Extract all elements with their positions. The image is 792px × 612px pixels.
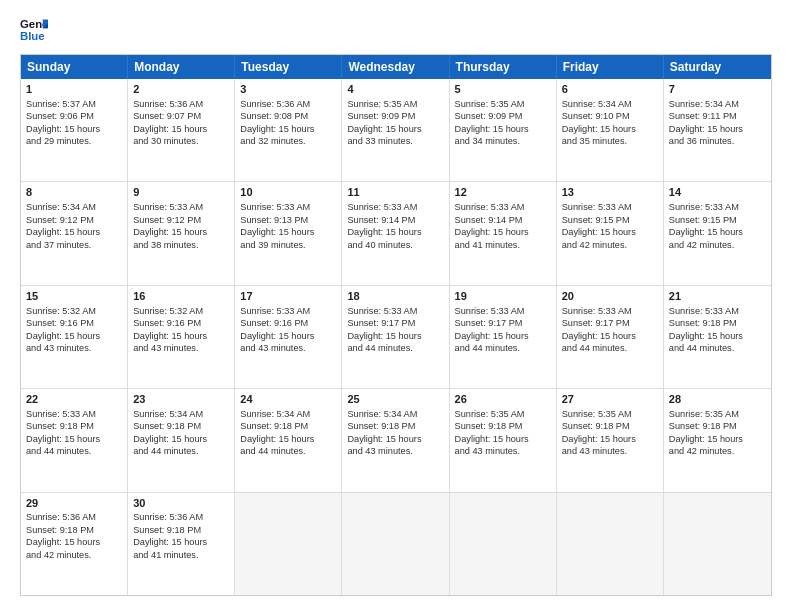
sunrise-label: Sunrise: 5:34 AM <box>133 409 203 419</box>
daylight-minutes: and 44 minutes. <box>26 446 91 456</box>
day-cell-25: 25Sunrise: 5:34 AMSunset: 9:18 PMDayligh… <box>342 389 449 491</box>
sunset-label: Sunset: 9:14 PM <box>347 215 415 225</box>
day-number: 27 <box>562 392 658 407</box>
day-number: 8 <box>26 185 122 200</box>
sunset-label: Sunset: 9:18 PM <box>562 421 630 431</box>
daylight-label: Daylight: 15 hours <box>669 331 743 341</box>
daylight-minutes: and 35 minutes. <box>562 136 627 146</box>
sunrise-label: Sunrise: 5:33 AM <box>133 202 203 212</box>
day-cell-17: 17Sunrise: 5:33 AMSunset: 9:16 PMDayligh… <box>235 286 342 388</box>
sunrise-label: Sunrise: 5:35 AM <box>669 409 739 419</box>
calendar-week-1: 1Sunrise: 5:37 AMSunset: 9:06 PMDaylight… <box>21 79 771 182</box>
col-header-thursday: Thursday <box>450 55 557 79</box>
day-number: 3 <box>240 82 336 97</box>
daylight-label: Daylight: 15 hours <box>455 124 529 134</box>
col-header-sunday: Sunday <box>21 55 128 79</box>
day-number: 28 <box>669 392 766 407</box>
sunset-label: Sunset: 9:16 PM <box>240 318 308 328</box>
sunset-label: Sunset: 9:15 PM <box>669 215 737 225</box>
daylight-minutes: and 30 minutes. <box>133 136 198 146</box>
sunset-label: Sunset: 9:18 PM <box>347 421 415 431</box>
sunrise-label: Sunrise: 5:33 AM <box>455 202 525 212</box>
daylight-label: Daylight: 15 hours <box>133 331 207 341</box>
daylight-label: Daylight: 15 hours <box>669 434 743 444</box>
day-number: 19 <box>455 289 551 304</box>
day-number: 24 <box>240 392 336 407</box>
day-cell-12: 12Sunrise: 5:33 AMSunset: 9:14 PMDayligh… <box>450 182 557 284</box>
calendar-header: SundayMondayTuesdayWednesdayThursdayFrid… <box>21 55 771 79</box>
sunset-label: Sunset: 9:08 PM <box>240 111 308 121</box>
calendar: SundayMondayTuesdayWednesdayThursdayFrid… <box>20 54 772 596</box>
sunset-label: Sunset: 9:17 PM <box>347 318 415 328</box>
sunrise-label: Sunrise: 5:34 AM <box>347 409 417 419</box>
daylight-minutes: and 43 minutes. <box>133 343 198 353</box>
calendar-body: 1Sunrise: 5:37 AMSunset: 9:06 PMDaylight… <box>21 79 771 595</box>
sunset-label: Sunset: 9:16 PM <box>26 318 94 328</box>
calendar-week-3: 15Sunrise: 5:32 AMSunset: 9:16 PMDayligh… <box>21 286 771 389</box>
day-cell-22: 22Sunrise: 5:33 AMSunset: 9:18 PMDayligh… <box>21 389 128 491</box>
sunset-label: Sunset: 9:07 PM <box>133 111 201 121</box>
daylight-minutes: and 44 minutes. <box>240 446 305 456</box>
sunset-label: Sunset: 9:18 PM <box>133 421 201 431</box>
sunset-label: Sunset: 9:18 PM <box>455 421 523 431</box>
sunrise-label: Sunrise: 5:36 AM <box>26 512 96 522</box>
day-number: 16 <box>133 289 229 304</box>
day-number: 23 <box>133 392 229 407</box>
daylight-minutes: and 36 minutes. <box>669 136 734 146</box>
day-cell-1: 1Sunrise: 5:37 AMSunset: 9:06 PMDaylight… <box>21 79 128 181</box>
sunset-label: Sunset: 9:06 PM <box>26 111 94 121</box>
day-cell-7: 7Sunrise: 5:34 AMSunset: 9:11 PMDaylight… <box>664 79 771 181</box>
empty-cell <box>557 493 664 595</box>
daylight-label: Daylight: 15 hours <box>347 434 421 444</box>
day-number: 10 <box>240 185 336 200</box>
logo-icon: General Blue <box>20 16 48 44</box>
day-cell-9: 9Sunrise: 5:33 AMSunset: 9:12 PMDaylight… <box>128 182 235 284</box>
daylight-label: Daylight: 15 hours <box>669 124 743 134</box>
sunrise-label: Sunrise: 5:33 AM <box>240 306 310 316</box>
sunrise-label: Sunrise: 5:33 AM <box>455 306 525 316</box>
sunrise-label: Sunrise: 5:36 AM <box>133 99 203 109</box>
daylight-minutes: and 44 minutes. <box>562 343 627 353</box>
day-cell-26: 26Sunrise: 5:35 AMSunset: 9:18 PMDayligh… <box>450 389 557 491</box>
daylight-minutes: and 37 minutes. <box>26 240 91 250</box>
sunset-label: Sunset: 9:14 PM <box>455 215 523 225</box>
daylight-minutes: and 40 minutes. <box>347 240 412 250</box>
daylight-minutes: and 29 minutes. <box>26 136 91 146</box>
daylight-label: Daylight: 15 hours <box>669 227 743 237</box>
day-cell-3: 3Sunrise: 5:36 AMSunset: 9:08 PMDaylight… <box>235 79 342 181</box>
daylight-minutes: and 39 minutes. <box>240 240 305 250</box>
empty-cell <box>235 493 342 595</box>
sunset-label: Sunset: 9:18 PM <box>669 421 737 431</box>
sunrise-label: Sunrise: 5:35 AM <box>347 99 417 109</box>
day-number: 20 <box>562 289 658 304</box>
day-cell-30: 30Sunrise: 5:36 AMSunset: 9:18 PMDayligh… <box>128 493 235 595</box>
daylight-label: Daylight: 15 hours <box>26 537 100 547</box>
day-cell-21: 21Sunrise: 5:33 AMSunset: 9:18 PMDayligh… <box>664 286 771 388</box>
day-number: 14 <box>669 185 766 200</box>
day-number: 26 <box>455 392 551 407</box>
sunset-label: Sunset: 9:18 PM <box>26 525 94 535</box>
daylight-minutes: and 42 minutes. <box>669 240 734 250</box>
daylight-minutes: and 43 minutes. <box>347 446 412 456</box>
daylight-label: Daylight: 15 hours <box>133 537 207 547</box>
sunrise-label: Sunrise: 5:35 AM <box>455 409 525 419</box>
daylight-label: Daylight: 15 hours <box>26 124 100 134</box>
day-cell-6: 6Sunrise: 5:34 AMSunset: 9:10 PMDaylight… <box>557 79 664 181</box>
sunrise-label: Sunrise: 5:33 AM <box>669 202 739 212</box>
day-number: 18 <box>347 289 443 304</box>
daylight-label: Daylight: 15 hours <box>26 434 100 444</box>
daylight-label: Daylight: 15 hours <box>133 227 207 237</box>
day-cell-23: 23Sunrise: 5:34 AMSunset: 9:18 PMDayligh… <box>128 389 235 491</box>
day-number: 21 <box>669 289 766 304</box>
day-cell-13: 13Sunrise: 5:33 AMSunset: 9:15 PMDayligh… <box>557 182 664 284</box>
daylight-minutes: and 32 minutes. <box>240 136 305 146</box>
day-cell-20: 20Sunrise: 5:33 AMSunset: 9:17 PMDayligh… <box>557 286 664 388</box>
day-number: 29 <box>26 496 122 511</box>
daylight-label: Daylight: 15 hours <box>26 331 100 341</box>
daylight-minutes: and 41 minutes. <box>133 550 198 560</box>
day-number: 6 <box>562 82 658 97</box>
day-cell-11: 11Sunrise: 5:33 AMSunset: 9:14 PMDayligh… <box>342 182 449 284</box>
day-cell-15: 15Sunrise: 5:32 AMSunset: 9:16 PMDayligh… <box>21 286 128 388</box>
daylight-minutes: and 43 minutes. <box>26 343 91 353</box>
sunset-label: Sunset: 9:09 PM <box>455 111 523 121</box>
